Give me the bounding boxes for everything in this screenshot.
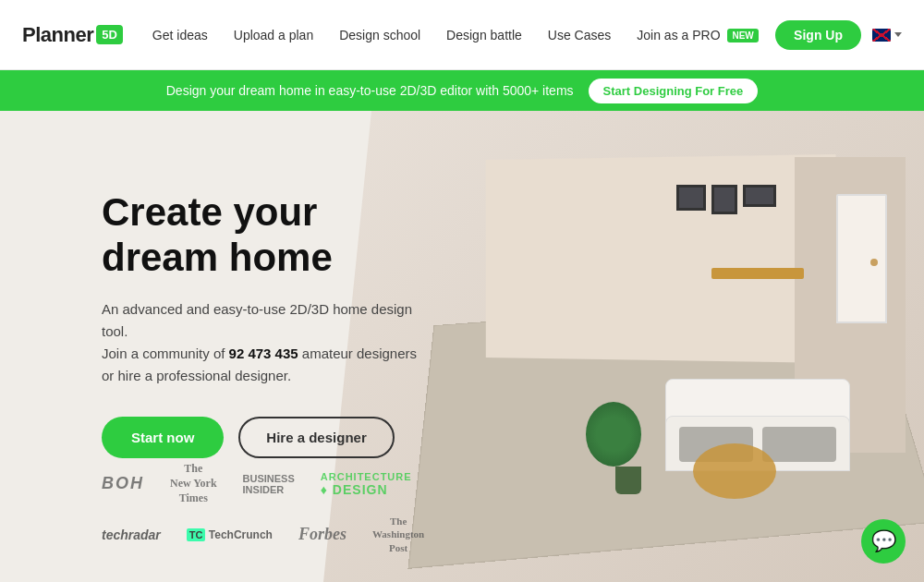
room-wall-back: [486, 154, 836, 363]
nav-join-pro[interactable]: Join as a PRO NEW: [637, 28, 759, 42]
nav-links: Get ideas Upload a plan Design school De…: [152, 28, 775, 42]
wall-art: [676, 185, 776, 214]
start-now-button[interactable]: Start now: [102, 417, 224, 458]
coffee-table: [693, 443, 776, 499]
nav-right: Sign Up: [775, 20, 902, 50]
chat-icon: 💬: [871, 529, 896, 553]
sofa-cushion-right: [762, 427, 836, 462]
nav-upload-plan[interactable]: Upload a plan: [234, 28, 313, 42]
hero-description: An advanced and easy-to-use 2D/3D home d…: [102, 298, 425, 387]
nav-design-battle[interactable]: Design battle: [446, 28, 522, 42]
hero-title: Create your dream home: [102, 190, 425, 280]
plant-pot: [615, 467, 641, 494]
banner-text: Design your dream home in easy-to-use 2D…: [166, 83, 574, 98]
hero-section: Create your dream home An advanced and e…: [0, 111, 924, 582]
plant: [601, 402, 656, 494]
nav-use-cases[interactable]: Use Cases: [548, 28, 611, 42]
wall-shelf: [711, 268, 804, 279]
chevron-down-icon: [894, 32, 902, 37]
art-frame-2: [711, 185, 737, 214]
art-frame-1: [676, 185, 706, 211]
room-illustration: [407, 111, 924, 582]
promo-banner: Design your dream home in easy-to-use 2D…: [0, 70, 924, 111]
hire-designer-button[interactable]: Hire a designer: [238, 417, 394, 458]
hero-buttons: Start now Hire a designer: [102, 417, 425, 458]
flag-icon: [872, 29, 891, 42]
plant-leaves: [586, 402, 641, 467]
brand-name: Planner: [22, 23, 93, 47]
navbar: Planner 5D Get ideas Upload a plan Desig…: [0, 0, 924, 70]
nav-get-ideas[interactable]: Get ideas: [152, 28, 208, 42]
door-knob: [870, 259, 878, 266]
hero-community-count: 92 473 435: [229, 346, 298, 361]
logo[interactable]: Planner 5D: [22, 23, 123, 47]
sign-up-button[interactable]: Sign Up: [775, 20, 861, 50]
hero-content: Create your dream home An advanced and e…: [0, 111, 462, 582]
nav-design-school[interactable]: Design school: [339, 28, 420, 42]
brand-badge: 5D: [96, 25, 123, 44]
art-frame-3: [743, 185, 776, 207]
banner-cta-button[interactable]: Start Designing For Free: [589, 79, 759, 103]
pro-new-badge: NEW: [727, 29, 758, 42]
room-door: [836, 194, 887, 323]
chat-bubble[interactable]: 💬: [861, 519, 906, 564]
language-selector[interactable]: [872, 29, 902, 42]
